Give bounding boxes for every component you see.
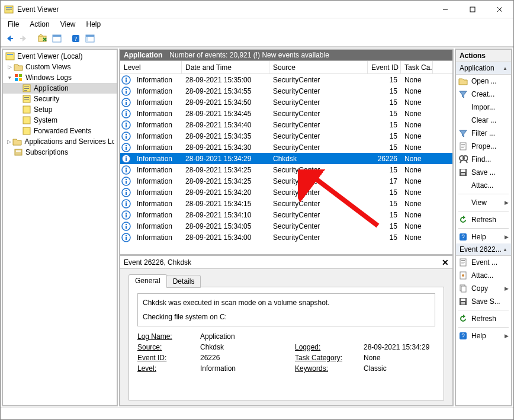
toolbar-action-3[interactable] bbox=[83, 32, 97, 45]
action-label: Filter ... bbox=[471, 129, 509, 137]
action-item[interactable]: Save ... bbox=[456, 166, 511, 179]
tree-forwarded-events[interactable]: Forwarded Events bbox=[3, 126, 117, 136]
svg-rect-74 bbox=[126, 213, 127, 214]
action-label: Attac... bbox=[471, 181, 509, 190]
cell-date: 28-09-2021 15:34:30 bbox=[182, 142, 269, 153]
cell-task-category: None bbox=[401, 108, 433, 119]
collapse-icon[interactable]: ▲ bbox=[503, 66, 507, 71]
action-item[interactable]: Creat... bbox=[456, 88, 511, 101]
action-item[interactable]: Refresh bbox=[456, 213, 511, 226]
table-row[interactable]: Information28-09-2021 15:34:05SecurityCe… bbox=[120, 220, 452, 232]
event-grid-header[interactable]: Level Date and Time Source Event ID Task… bbox=[120, 61, 452, 74]
menu-help[interactable]: Help bbox=[82, 20, 106, 29]
tree-system[interactable]: System bbox=[3, 115, 117, 126]
twisty-icon[interactable]: ▾ bbox=[5, 75, 14, 81]
table-row[interactable]: Information28-09-2021 15:34:00SecurityCe… bbox=[120, 232, 452, 243]
col-event-id[interactable]: Event ID bbox=[368, 61, 401, 73]
event-grid[interactable]: Information28-09-2021 15:35:00SecurityCe… bbox=[120, 74, 452, 252]
maximize-button[interactable] bbox=[459, 1, 486, 18]
menu-action[interactable]: Action bbox=[25, 20, 54, 29]
cell-level: Information bbox=[133, 187, 182, 198]
svg-rect-73 bbox=[126, 214, 127, 217]
action-item[interactable]: Find... bbox=[456, 153, 511, 166]
action-item[interactable]: Copy▶ bbox=[456, 282, 511, 295]
prop-value: None bbox=[364, 354, 435, 362]
action-item[interactable]: Event ... bbox=[456, 256, 511, 269]
chevron-right-icon: ▶ bbox=[505, 333, 509, 339]
cell-source: SecurityCenter bbox=[269, 120, 368, 130]
forward-button[interactable] bbox=[17, 32, 30, 45]
collapse-icon[interactable]: ▲ bbox=[503, 247, 507, 252]
svg-rect-18 bbox=[6, 53, 14, 60]
cell-level: Information bbox=[133, 165, 182, 175]
tree-root[interactable]: Event Viewer (Local) bbox=[3, 51, 117, 62]
actions-section-event: Event 2622... ▲ bbox=[456, 243, 511, 256]
svg-line-89 bbox=[466, 161, 467, 163]
tree-application[interactable]: Application bbox=[3, 83, 117, 94]
table-row[interactable]: Information28-09-2021 15:34:25SecurityCe… bbox=[120, 164, 452, 175]
toolbar-action-1[interactable] bbox=[36, 32, 49, 45]
table-row[interactable]: Information28-09-2021 15:34:30SecurityCe… bbox=[120, 142, 452, 153]
svg-rect-12 bbox=[53, 35, 61, 37]
col-source[interactable]: Source bbox=[269, 61, 368, 73]
back-button[interactable] bbox=[3, 32, 16, 45]
cell-level: Information bbox=[133, 142, 182, 153]
action-item[interactable]: Refresh bbox=[456, 312, 511, 325]
help-icon: ? bbox=[458, 331, 468, 341]
twisty-icon[interactable]: ▷ bbox=[5, 139, 13, 145]
table-row[interactable]: Information28-09-2021 15:34:10SecurityCe… bbox=[120, 209, 452, 220]
action-item[interactable]: ?Help▶ bbox=[456, 230, 511, 243]
chevron-right-icon: ▶ bbox=[505, 234, 509, 240]
toolbar-action-2[interactable] bbox=[50, 32, 63, 45]
table-row[interactable]: Information28-09-2021 15:34:29Chkdsk2622… bbox=[120, 153, 452, 164]
tree-setup[interactable]: Setup bbox=[3, 104, 117, 115]
table-row[interactable]: Information28-09-2021 15:34:20SecurityCe… bbox=[120, 187, 452, 198]
menu-file[interactable]: File bbox=[3, 20, 24, 29]
table-row[interactable]: Information28-09-2021 15:34:35SecurityCe… bbox=[120, 130, 452, 142]
col-task-category[interactable]: Task Ca... bbox=[401, 61, 433, 73]
action-item[interactable]: Filter ... bbox=[456, 127, 511, 140]
action-item[interactable]: View▶ bbox=[456, 196, 511, 209]
tree-item-label: Subscriptions bbox=[25, 148, 68, 156]
twisty-icon[interactable]: ▷ bbox=[5, 64, 14, 70]
cell-task-category: None bbox=[401, 86, 433, 97]
close-button[interactable] bbox=[486, 1, 513, 18]
tree-security[interactable]: Security bbox=[3, 94, 117, 104]
table-row[interactable]: Information28-09-2021 15:34:45SecurityCe… bbox=[120, 108, 452, 119]
table-row[interactable]: Information28-09-2021 15:34:15SecurityCe… bbox=[120, 198, 452, 209]
prop-value: Application bbox=[200, 332, 295, 341]
cell-event-id: 15 bbox=[368, 210, 401, 220]
cell-date: 28-09-2021 15:34:15 bbox=[182, 198, 269, 209]
action-item[interactable]: Clear ... bbox=[456, 114, 511, 127]
action-item[interactable]: Prope... bbox=[456, 140, 511, 153]
table-row[interactable]: Information28-09-2021 15:34:40SecurityCe… bbox=[120, 119, 452, 130]
tree-custom-views[interactable]: ▷ Custom Views bbox=[3, 62, 117, 72]
tree-item-label: Custom Views bbox=[25, 63, 70, 71]
table-row[interactable]: Information28-09-2021 15:34:50SecurityCe… bbox=[120, 97, 452, 108]
tree-windows-logs[interactable]: ▾ Windows Logs bbox=[3, 72, 117, 83]
action-item[interactable]: Attac... bbox=[456, 179, 511, 192]
col-level[interactable]: Level bbox=[120, 61, 182, 73]
action-label: Open ... bbox=[471, 77, 509, 85]
scope-tree[interactable]: Event Viewer (Local) ▷ Custom Views ▾ Wi… bbox=[2, 49, 118, 406]
detail-close-button[interactable]: ✕ bbox=[442, 258, 449, 267]
action-item[interactable]: Attac... bbox=[456, 269, 511, 282]
table-row[interactable]: Information28-09-2021 15:35:00SecurityCe… bbox=[120, 74, 452, 85]
table-row[interactable]: Information28-09-2021 15:34:25SecurityCe… bbox=[120, 175, 452, 187]
tree-subscriptions[interactable]: Subscriptions bbox=[3, 147, 117, 158]
minimize-button[interactable] bbox=[432, 1, 459, 18]
cell-source: SecurityCenter bbox=[269, 86, 368, 97]
tab-details[interactable]: Details bbox=[166, 275, 201, 288]
action-item[interactable]: ?Help▶ bbox=[456, 329, 511, 342]
action-item[interactable]: Open ... bbox=[456, 75, 511, 88]
menu-view[interactable]: View bbox=[56, 20, 81, 29]
action-item[interactable]: Save S... bbox=[456, 295, 511, 308]
table-row[interactable]: Information28-09-2021 15:34:55SecurityCe… bbox=[120, 85, 452, 97]
tree-app-services[interactable]: ▷ Applications and Services Logs bbox=[3, 136, 117, 147]
tab-general[interactable]: General bbox=[128, 274, 167, 287]
col-date[interactable]: Date and Time bbox=[182, 61, 269, 73]
toolbar-help[interactable]: ? bbox=[69, 32, 82, 45]
svg-rect-30 bbox=[24, 99, 29, 100]
action-item[interactable]: Impor... bbox=[456, 101, 511, 114]
cell-source: SecurityCenter bbox=[269, 108, 368, 119]
